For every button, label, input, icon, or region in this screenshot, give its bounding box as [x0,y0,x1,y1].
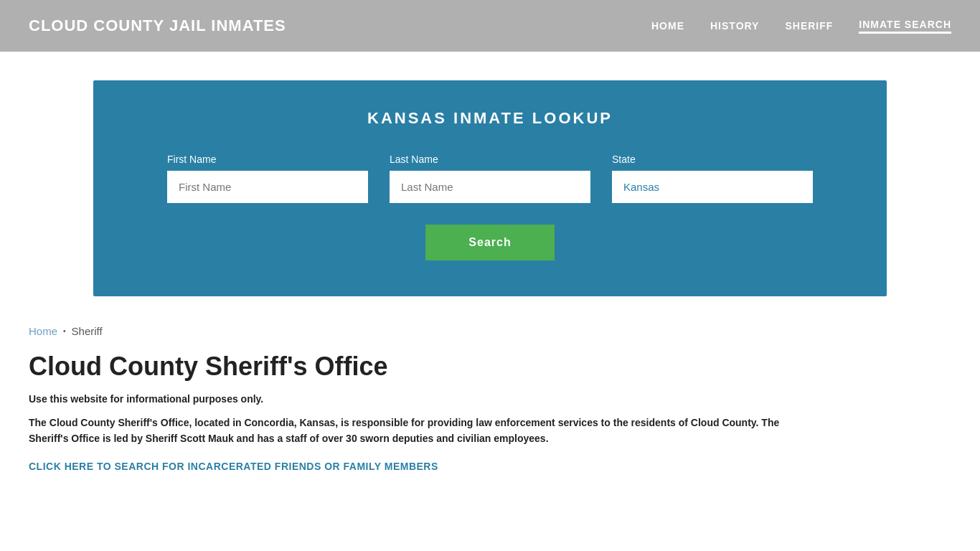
info-tagline: Use this website for informational purpo… [29,393,818,405]
state-input[interactable]: Kansas [612,171,813,203]
search-btn-row: Search [136,225,844,260]
state-group: State Kansas [612,154,813,203]
cta-search-link[interactable]: CLICK HERE to Search for Incarcerated Fr… [29,461,438,472]
first-name-group: First Name [167,154,368,203]
last-name-group: Last Name [390,154,590,203]
site-title: CLOUD COUNTY JAIL INMATES [29,17,286,35]
info-description: The Cloud County Sheriff's Office, locat… [29,415,789,447]
last-name-input[interactable] [390,171,590,203]
search-section: KANSAS INMATE LOOKUP First Name Last Nam… [93,80,887,296]
first-name-input[interactable] [167,171,368,203]
main-content: Cloud County Sheriff's Office Use this w… [29,352,818,473]
state-label: State [612,154,813,165]
breadcrumb: Home • Sheriff [29,325,951,337]
page-heading: Cloud County Sheriff's Office [29,352,818,382]
nav-inmate-search[interactable]: INMATE SEARCH [859,19,951,34]
main-nav: HOME HISTORY SHERIFF INMATE SEARCH [651,19,951,34]
site-header: CLOUD COUNTY JAIL INMATES HOME HISTORY S… [0,0,980,52]
breadcrumb-separator: • [63,327,66,335]
first-name-label: First Name [167,154,368,165]
search-button[interactable]: Search [425,225,554,260]
nav-history[interactable]: HISTORY [710,20,759,32]
nav-home[interactable]: HOME [651,20,684,32]
last-name-label: Last Name [390,154,590,165]
search-title: KANSAS INMATE LOOKUP [136,109,844,128]
nav-sheriff[interactable]: SHERIFF [785,20,833,32]
breadcrumb-home-link[interactable]: Home [29,325,57,337]
breadcrumb-current: Sheriff [72,325,103,337]
search-fields: First Name Last Name State Kansas [136,154,844,203]
